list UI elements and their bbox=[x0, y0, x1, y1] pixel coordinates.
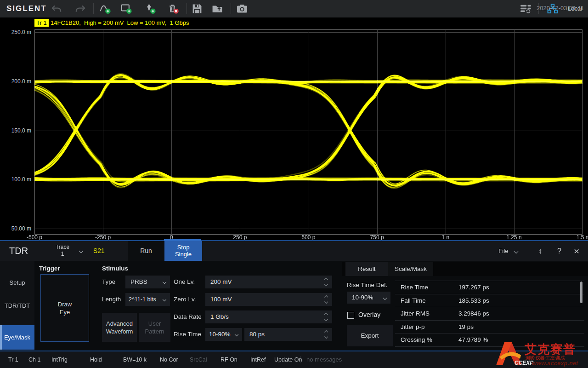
stop-single-button[interactable]: Stop Single bbox=[164, 241, 202, 261]
trace-params: 14FC1B20, High = 200 mV Low = 100 mV, 1 … bbox=[51, 19, 189, 27]
undo-icon[interactable] bbox=[51, 3, 62, 15]
file-label: File bbox=[498, 247, 509, 254]
status-item-no-cor: No Cor bbox=[160, 351, 178, 368]
siglent-logo: SIGLENT bbox=[6, 0, 47, 17]
adv-line2: Waveform bbox=[106, 328, 133, 335]
overlay-checkbox[interactable] bbox=[347, 312, 354, 319]
spinner-control[interactable] bbox=[324, 294, 329, 305]
user-pattern-button[interactable]: User Pattern bbox=[139, 313, 170, 342]
result-scrollbar-thumb[interactable] bbox=[580, 282, 582, 303]
type-dropdown[interactable]: PRBS bbox=[125, 276, 170, 288]
zero-level-input[interactable]: 100 mV bbox=[205, 293, 332, 306]
result-row-value: 47.9789 % bbox=[458, 334, 488, 347]
spinner-control[interactable] bbox=[324, 277, 329, 287]
status-item-update-on: Update On bbox=[274, 351, 302, 368]
trace-selector-label: Trace bbox=[46, 244, 79, 251]
x-tick-label: 1.5 n bbox=[577, 234, 588, 241]
chevron-down-icon bbox=[514, 249, 518, 254]
stop-line1: Stop bbox=[164, 244, 202, 251]
redo-icon[interactable] bbox=[74, 3, 86, 15]
one-level-value: 200 mV bbox=[205, 276, 332, 288]
toolbar-separator bbox=[231, 3, 231, 14]
result-row-label: Crossing % bbox=[401, 334, 432, 347]
x-tick-label: 500 p bbox=[301, 234, 315, 241]
rise-time-def-label: Rise Time Def. bbox=[347, 279, 388, 292]
datetime-display: 2020-12-03 09:41 bbox=[537, 0, 584, 17]
run-button[interactable]: Run bbox=[128, 241, 164, 261]
status-item-rf-on: RF On bbox=[220, 351, 237, 368]
data-rate-input[interactable]: 1 Gb/s bbox=[205, 310, 332, 323]
x-tick-label: -500 p bbox=[27, 234, 42, 241]
user-line1: User bbox=[145, 320, 164, 328]
chevron-down-icon bbox=[79, 249, 84, 253]
trace-selector[interactable]: Trace 1 bbox=[46, 241, 79, 261]
tab-scale-mask[interactable]: Scale/Mask bbox=[388, 262, 433, 276]
result-row-value: 3.29846 ps bbox=[458, 307, 489, 321]
sidebar-item-setup[interactable]: Setup bbox=[0, 271, 34, 294]
result-row-value: 185.533 ps bbox=[458, 294, 489, 308]
x-tick-label: 1.25 n bbox=[506, 234, 521, 241]
x-tick-label: 1 n bbox=[441, 234, 449, 241]
add-window-icon[interactable] bbox=[120, 3, 132, 15]
rise-time-label: Rise Time bbox=[174, 328, 201, 341]
adv-line1: Advanced bbox=[106, 320, 133, 328]
result-row: Crossing %47.9789 % bbox=[395, 334, 584, 347]
resize-panel-button[interactable]: ↕ bbox=[538, 241, 542, 261]
data-rate-value: 1 Gb/s bbox=[205, 310, 332, 323]
y-tick-label: 250.0 m bbox=[11, 29, 31, 35]
panel-header: TDR Trace 1 S21 Run Stop Single File ↕ ?… bbox=[0, 241, 588, 261]
sidebar-item-tdrtdt[interactable]: TDR/TDT bbox=[0, 294, 34, 317]
status-item-srccal: SrcCal bbox=[190, 351, 207, 368]
data-rate-label: Data Rate bbox=[174, 310, 202, 323]
status-bar: Tr 1Ch 1IntTrigHoldBW=10 kNo CorSrcCalRF… bbox=[0, 351, 588, 368]
rise-def-dropdown[interactable]: 10-90% bbox=[205, 328, 242, 341]
add-marker-icon[interactable] bbox=[144, 3, 156, 15]
draw-eye-line2: Eye bbox=[58, 308, 72, 316]
status-item-tr-1: Tr 1 bbox=[8, 351, 18, 368]
user-line2: Pattern bbox=[145, 328, 164, 335]
panel-title: TDR bbox=[9, 241, 28, 261]
save-icon[interactable] bbox=[191, 3, 203, 15]
delete-icon[interactable] bbox=[167, 3, 179, 15]
x-tick-label: 250 p bbox=[233, 234, 247, 241]
status-message: no messages bbox=[306, 351, 342, 368]
help-button[interactable]: ? bbox=[557, 241, 561, 261]
export-button[interactable]: Export bbox=[347, 325, 393, 346]
tab-result[interactable]: Result bbox=[345, 262, 388, 276]
result-row: Jitter RMS3.29846 ps bbox=[395, 307, 584, 321]
length-label: Length bbox=[102, 293, 121, 306]
status-item-bw-10-k: BW=10 k bbox=[123, 351, 147, 368]
length-dropdown[interactable]: 2^11-1 bits bbox=[125, 293, 170, 306]
trigger-header: Trigger bbox=[39, 265, 60, 272]
draw-eye-button[interactable]: Draw Eye bbox=[40, 274, 89, 342]
screenshot-icon[interactable] bbox=[236, 3, 248, 15]
one-level-input[interactable]: 200 mV bbox=[205, 276, 332, 288]
stop-line2: Single bbox=[164, 251, 202, 258]
result-table: Rise Time197.267 psFall Time185.533 psJi… bbox=[395, 281, 584, 346]
trace-badge: Tr 1 bbox=[34, 19, 49, 27]
result-rise-def-dropdown[interactable]: 10-90% bbox=[347, 292, 390, 304]
zero-level-value: 100 mV bbox=[205, 293, 332, 306]
result-row-label: Fall Time bbox=[401, 294, 426, 308]
result-tabstrip: Result Scale/Mask bbox=[342, 262, 588, 276]
status-separator bbox=[300, 356, 300, 363]
close-button[interactable]: × bbox=[574, 241, 579, 261]
status-item-hold: Hold bbox=[90, 351, 102, 368]
sidebar-item-eyemask[interactable]: Eye/Mask bbox=[0, 325, 34, 350]
result-row: Rise Time197.267 ps bbox=[395, 281, 584, 294]
rise-time-input[interactable]: 80 ps bbox=[244, 328, 332, 341]
add-trace-icon[interactable] bbox=[99, 3, 111, 15]
y-tick-label: 100.0 m bbox=[11, 176, 31, 183]
result-row-label: Jitter p-p bbox=[401, 321, 425, 334]
sparam-label: S21 bbox=[93, 241, 105, 261]
spinner-control[interactable] bbox=[324, 329, 329, 339]
x-tick-label: 750 p bbox=[370, 234, 384, 241]
advanced-waveform-button[interactable]: Advanced Waveform bbox=[102, 313, 137, 342]
trace-selector-value: 1 bbox=[46, 251, 79, 258]
x-tick-label: -250 p bbox=[95, 234, 111, 241]
spinner-control[interactable] bbox=[324, 312, 329, 322]
recall-icon[interactable] bbox=[211, 3, 223, 15]
trace-info-bar: Tr 1 14FC1B20, High = 200 mV Low = 100 m… bbox=[0, 18, 588, 27]
file-menu[interactable]: File bbox=[498, 241, 509, 261]
preset-list-icon[interactable] bbox=[520, 3, 532, 15]
